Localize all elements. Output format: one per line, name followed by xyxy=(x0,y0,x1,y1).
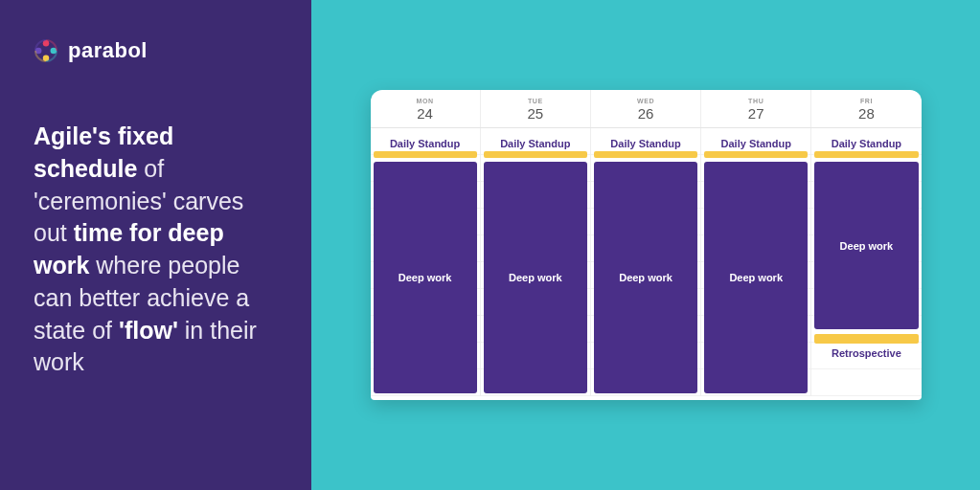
day-number: 27 xyxy=(701,105,810,122)
calendar-header-row: MON 24 TUE 25 WED 26 THU 27 FRI 28 xyxy=(371,90,922,128)
brand-name: parabol xyxy=(68,38,148,63)
deep-work-label: Deep work xyxy=(399,272,452,283)
calendar-card: MON 24 TUE 25 WED 26 THU 27 FRI 28 Dail xyxy=(371,90,922,400)
deep-work-label: Deep work xyxy=(619,272,672,283)
standup-event-label: Daily Standup xyxy=(484,138,587,149)
standup-event-bar xyxy=(704,151,808,158)
illustration-panel: MON 24 TUE 25 WED 26 THU 27 FRI 28 Dail xyxy=(311,0,980,490)
day-column-fri: Daily Standup Deep work Retrospective xyxy=(810,128,921,396)
standup-event-label: Daily Standup xyxy=(814,138,918,149)
retrospective-event-label: Retrospective xyxy=(814,347,918,359)
retrospective-event-bar xyxy=(814,334,918,344)
standup-event-label: Daily Standup xyxy=(374,138,477,149)
deep-work-block: Deep work xyxy=(594,162,697,393)
deep-work-block: Deep work xyxy=(484,162,587,393)
day-header-mon: MON 24 xyxy=(371,90,480,127)
headline-bold-5: 'flow' xyxy=(119,317,178,344)
deep-work-block: Deep work xyxy=(814,162,918,329)
brand-logo: parabol xyxy=(34,38,278,63)
dow-label: WED xyxy=(591,98,700,104)
deep-work-label: Deep work xyxy=(840,240,894,252)
day-column-wed: Daily Standup Deep work xyxy=(590,128,700,396)
headline-text: Agile's fixed schedule of 'ceremonies' c… xyxy=(34,121,278,379)
standup-event-bar xyxy=(594,151,697,158)
dow-label: FRI xyxy=(811,98,921,104)
sidebar-panel: parabol Agile's fixed schedule of 'cerem… xyxy=(0,0,311,490)
standup-event-label: Daily Standup xyxy=(704,138,808,149)
day-header-fri: FRI 28 xyxy=(810,90,921,127)
deep-work-label: Deep work xyxy=(729,272,783,283)
calendar-grid: Daily Standup Deep work Daily Standup De… xyxy=(371,128,922,396)
deep-work-block: Deep work xyxy=(374,162,477,393)
day-number: 26 xyxy=(591,105,700,122)
dow-label: TUE xyxy=(481,98,590,104)
dow-label: MON xyxy=(371,98,480,104)
day-header-wed: WED 26 xyxy=(590,90,700,127)
day-number: 28 xyxy=(811,105,921,122)
day-column-thu: Daily Standup Deep work xyxy=(700,128,810,396)
dow-label: THU xyxy=(701,98,810,104)
deep-work-label: Deep work xyxy=(509,272,562,283)
day-header-tue: TUE 25 xyxy=(480,90,590,127)
day-number: 25 xyxy=(481,105,590,122)
day-column-tue: Daily Standup Deep work xyxy=(480,128,590,396)
parabol-logo-icon xyxy=(34,38,58,63)
day-number: 24 xyxy=(371,105,480,122)
standup-event-label: Daily Standup xyxy=(594,138,697,149)
day-header-thu: THU 27 xyxy=(700,90,810,127)
standup-event-bar xyxy=(374,151,477,158)
deep-work-block: Deep work xyxy=(704,162,808,393)
standup-event-bar xyxy=(814,151,918,158)
day-column-mon: Daily Standup Deep work xyxy=(371,128,480,396)
standup-event-bar xyxy=(484,151,587,158)
